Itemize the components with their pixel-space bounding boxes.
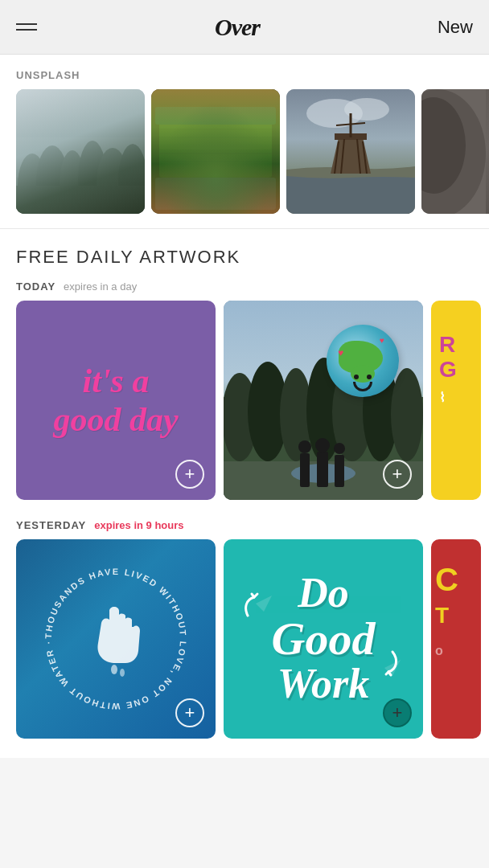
svg-rect-19 <box>155 107 276 125</box>
main-content: UNSPLASH <box>0 55 489 758</box>
app-title: Over <box>215 14 260 41</box>
yellow-text: RG⌇ <box>439 333 457 407</box>
add-landscape-button[interactable]: + <box>383 460 412 489</box>
work-text: Work <box>272 662 376 706</box>
card-red-partial[interactable]: CTo <box>431 539 481 739</box>
circular-text-svg: THOUSANDS HAVE LIVED WITHOUT LOVE, NOT O… <box>31 555 200 723</box>
svg-point-53 <box>111 665 117 674</box>
svg-rect-13 <box>159 113 272 149</box>
svg-rect-9 <box>16 186 145 214</box>
add-water-button[interactable]: + <box>175 698 204 727</box>
today-label: TODAY <box>16 280 55 293</box>
card-landscape[interactable]: ♥ ♥ + <box>224 301 423 500</box>
add-good-day-button[interactable]: + <box>175 460 204 489</box>
svg-point-54 <box>120 669 125 677</box>
yesterday-scroll[interactable]: THOUSANDS HAVE LIVED WITHOUT LOVE, NOT O… <box>0 539 489 758</box>
unsplash-label: UNSPLASH <box>0 55 489 89</box>
unsplash-photo-4[interactable] <box>421 89 489 214</box>
svg-point-4 <box>36 145 68 214</box>
svg-rect-46 <box>300 453 310 487</box>
svg-rect-11 <box>159 166 272 210</box>
yesterday-expires: expires in 9 hours <box>94 519 183 531</box>
card-water-quote[interactable]: THOUSANDS HAVE LIVED WITHOUT LOVE, NOT O… <box>16 539 216 739</box>
svg-rect-1 <box>16 137 145 170</box>
svg-point-6 <box>78 141 107 214</box>
svg-rect-2 <box>16 154 145 178</box>
globe-sticker: ♥ ♥ <box>327 325 399 397</box>
add-do-good-button[interactable]: + <box>383 698 412 727</box>
svg-point-49 <box>315 438 330 452</box>
yesterday-label-row: YESTERDAY expires in 9 hours <box>0 519 489 539</box>
today-expires: expires in a day <box>64 280 137 293</box>
do-good-text-container: Do Good Work <box>272 571 376 706</box>
svg-rect-10 <box>151 89 280 214</box>
artwork-section-title: FREE DAILY ARTWORK <box>0 247 489 280</box>
unsplash-scroll[interactable] <box>0 89 489 228</box>
menu-button[interactable] <box>16 23 37 31</box>
today-scroll[interactable]: it's agood day + <box>0 301 489 519</box>
card-good-day[interactable]: it's agood day + <box>16 301 216 500</box>
menu-line-2 <box>16 29 37 31</box>
shipwreck-svg <box>286 89 415 214</box>
do-text: Do <box>272 571 376 616</box>
svg-rect-50 <box>335 455 344 487</box>
svg-rect-0 <box>16 89 145 214</box>
today-label-row: TODAY expires in a day <box>0 280 489 301</box>
unsplash-photo-3[interactable] <box>286 89 415 214</box>
svg-rect-48 <box>317 452 328 487</box>
card-yellow-partial[interactable]: RG⌇ <box>431 301 481 500</box>
svg-point-47 <box>298 440 311 453</box>
rock-svg <box>421 89 486 214</box>
card-do-good-work[interactable]: Do Good Work + <box>224 539 423 739</box>
svg-rect-12 <box>159 141 272 178</box>
svg-point-51 <box>334 443 345 454</box>
svg-point-7 <box>97 148 129 214</box>
svg-point-5 <box>60 150 85 214</box>
yesterday-label: YESTERDAY <box>16 519 86 531</box>
unsplash-photo-1[interactable] <box>16 89 145 214</box>
good-day-text: it's agood day <box>45 354 186 448</box>
fabric-svg <box>151 89 280 214</box>
menu-line-1 <box>16 23 37 25</box>
svg-point-3 <box>18 154 47 214</box>
app-header: Over New <box>0 0 489 55</box>
new-button[interactable]: New <box>438 17 473 38</box>
svg-point-8 <box>118 144 145 214</box>
good-text: Good <box>272 616 376 662</box>
red-text: CTo <box>435 563 458 660</box>
landscape-svg <box>16 89 145 214</box>
svg-rect-20 <box>155 178 276 210</box>
unsplash-photo-2[interactable] <box>151 89 280 214</box>
artwork-section: FREE DAILY ARTWORK TODAY expires in a da… <box>0 229 489 758</box>
